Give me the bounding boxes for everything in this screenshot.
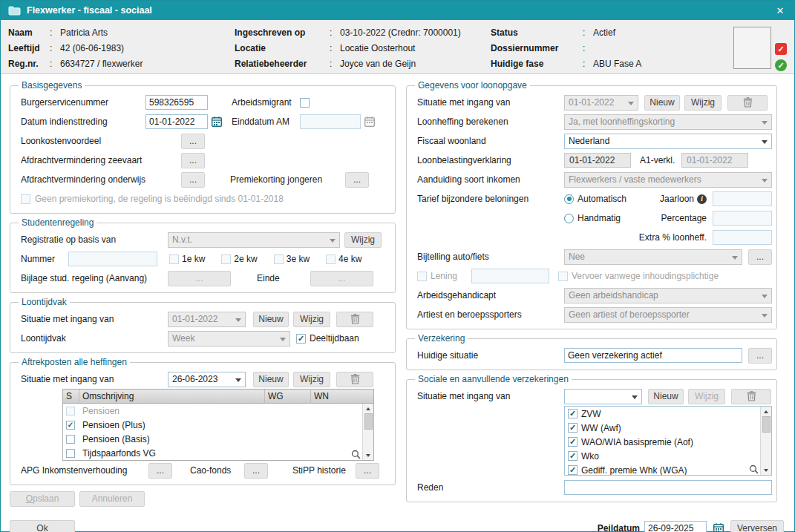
cao-fonds-button[interactable]: ... — [244, 463, 268, 479]
table-row[interactable]: Pensioen (Plus) — [63, 418, 373, 432]
bijlage-einde-button: ... — [310, 271, 373, 286]
item-checkbox[interactable] — [568, 423, 578, 433]
aftrek-wijzig-button[interactable]: Wijzig — [293, 372, 330, 387]
fieldset-verzekering: Verzekering Huidige situatie ... — [406, 333, 777, 370]
soort-inkomen-value: Flexwerkers / vaste medewerkers — [569, 174, 701, 185]
colon: : — [50, 59, 60, 69]
handmatig-radio[interactable] — [564, 214, 574, 223]
column-header-s[interactable]: S — [63, 390, 79, 403]
lt-loontijdvak-select: Week — [168, 331, 290, 347]
list-item[interactable]: WW (Awf) — [565, 421, 771, 435]
search-icon[interactable] — [351, 450, 361, 459]
table-row[interactable]: Pensioen — [63, 404, 373, 418]
lo-delete-button[interactable] — [727, 95, 768, 111]
item-checkbox[interactable] — [568, 409, 578, 418]
afdracht-onderwijs-label: Afdrachtvermindering onderwijs — [21, 174, 181, 185]
percentage-input — [713, 211, 772, 226]
scrollbar[interactable] — [362, 404, 373, 460]
aftrekposten-table: S Omschrijving WG WN Pensioen Pensioen (… — [62, 389, 374, 461]
registratie-wijzig-button[interactable]: Wijzig — [344, 232, 382, 248]
list-item[interactable]: Gediff. premie Whk (WGA) — [565, 463, 771, 476]
colon: : — [583, 59, 593, 69]
column-header-omschrijving[interactable]: Omschrijving — [79, 390, 265, 403]
row-checkbox[interactable] — [66, 449, 75, 458]
aftrek-situatie-select[interactable]: 26-06-2023 — [168, 372, 246, 387]
scroll-up-icon[interactable] — [363, 404, 373, 413]
row-checkbox[interactable] — [66, 421, 75, 430]
item-checkbox[interactable] — [568, 437, 578, 447]
automatisch-radio[interactable] — [564, 194, 574, 204]
scroll-down-icon[interactable] — [363, 450, 373, 460]
lo-wijzig-button[interactable]: Wijzig — [684, 95, 722, 111]
search-icon[interactable] — [749, 464, 759, 474]
afdracht-onderwijs-button[interactable]: ... — [181, 172, 205, 188]
lt-wijzig-button[interactable]: Wijzig — [293, 312, 330, 327]
verzekering-button[interactable]: ... — [748, 348, 772, 364]
premiekorting-button[interactable]: ... — [345, 172, 369, 188]
woonland-select[interactable]: Nederland — [564, 134, 772, 149]
scrollbar[interactable] — [760, 407, 771, 475]
table-row[interactable]: Tijdspaarfonds VG — [63, 446, 373, 460]
loonheffing-value: Ja, met loonheffingskorting — [569, 116, 675, 127]
annuleren-button: Annuleren — [79, 491, 145, 507]
aftrek-nieuw-button[interactable]: Nieuw — [253, 372, 289, 387]
soc-nieuw-button[interactable]: Nieuw — [648, 389, 684, 404]
regnr-value: 6634727 / flexwerker — [60, 59, 143, 69]
stipp-historie-button[interactable]: ... — [356, 463, 379, 479]
peildatum-label: Peildatum — [598, 523, 640, 532]
red-check-icon[interactable] — [775, 43, 787, 55]
arbeidsmigrant-checkbox[interactable] — [300, 98, 310, 108]
datum-indiensttreding-input[interactable] — [145, 114, 208, 129]
ok-button[interactable]: Ok — [10, 520, 75, 532]
soc-situatie-select[interactable] — [564, 389, 642, 404]
loonkostenvoordeel-button[interactable]: ... — [181, 134, 205, 149]
colon: : — [50, 27, 60, 38]
calendar-icon[interactable] — [209, 114, 224, 129]
column-header-wn[interactable]: WN — [311, 390, 373, 403]
lo-nieuw-button[interactable]: Nieuw — [644, 95, 680, 111]
automatisch-label: Automatisch — [578, 194, 626, 204]
afdracht-zeevaart-button[interactable]: ... — [181, 153, 205, 168]
row-name: Tijdspaarfonds VG — [79, 446, 265, 460]
list-item[interactable]: ZVW — [565, 407, 771, 421]
bijtelling-value: Nee — [569, 252, 585, 262]
green-check-icon[interactable] — [775, 59, 787, 71]
close-icon[interactable] — [773, 5, 787, 16]
huidige-situatie-input[interactable] — [564, 348, 742, 363]
list-item[interactable]: WAO/WIA basispremie (Aof) — [565, 435, 771, 449]
scroll-thumb[interactable] — [762, 416, 771, 433]
lt-nieuw-button[interactable]: Nieuw — [253, 312, 289, 327]
ingeschreven-label: Ingeschreven op — [235, 27, 330, 38]
apg-button[interactable]: ... — [148, 463, 172, 479]
scroll-thumb[interactable] — [364, 413, 373, 430]
calendar-icon[interactable] — [711, 521, 726, 532]
loonbelasting-field[interactable]: 01-01-2022 — [564, 153, 631, 168]
percentage-label: Percentage — [661, 213, 707, 223]
item-label: ZVW — [581, 409, 601, 419]
soc-wijzig-button: Wijzig — [688, 389, 725, 404]
bsn-input[interactable] — [145, 95, 208, 110]
list-item[interactable]: Wko — [565, 449, 771, 463]
item-checkbox[interactable] — [568, 465, 578, 475]
scroll-down-icon[interactable] — [761, 465, 771, 475]
lt-situatie-label: Situatie met ingang van — [21, 314, 168, 324]
info-icon[interactable] — [697, 194, 707, 204]
colon: : — [330, 43, 340, 53]
lening-label: Lening — [431, 271, 471, 281]
bijtelling-button[interactable]: ... — [748, 249, 772, 265]
lt-delete-button[interactable] — [336, 312, 373, 327]
fieldset-loontijdvak: Loontijdvak Situatie met ingang van 01-0… — [10, 297, 396, 353]
reden-input[interactable] — [564, 480, 772, 495]
dialog-window: Flexwerker - fiscaal - sociaal Naam:Patr… — [0, 0, 795, 532]
item-checkbox[interactable] — [568, 451, 578, 461]
dossiernummer-label: Dossiernummer — [491, 43, 583, 53]
aftrek-delete-button[interactable] — [336, 372, 373, 387]
peildatum-input[interactable] — [644, 521, 707, 532]
column-header-wg[interactable]: WG — [265, 390, 311, 403]
soc-delete-button[interactable] — [731, 389, 771, 404]
scroll-up-icon[interactable] — [761, 407, 771, 416]
table-row[interactable]: Pensioen (Basis) — [63, 432, 373, 446]
verversen-button[interactable]: Verversen — [730, 520, 784, 532]
row-checkbox[interactable] — [66, 435, 75, 444]
deeltijdbaan-checkbox[interactable] — [296, 334, 306, 344]
